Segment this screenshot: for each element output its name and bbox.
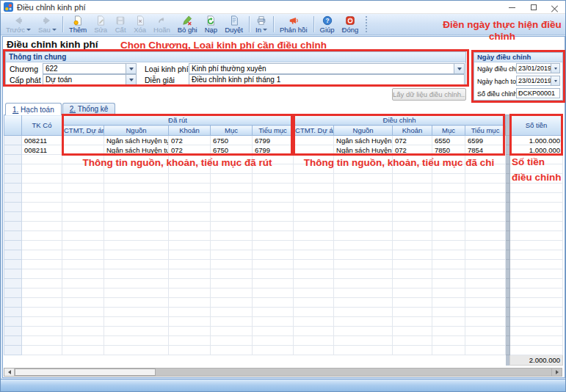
scrollbar-thumb[interactable] [15,369,156,376]
grid-cell[interactable] [253,336,294,346]
row-selector-cell[interactable] [4,231,22,241]
row-selector-cell[interactable] [4,212,22,222]
grid-cell[interactable] [62,317,104,327]
grid-cell[interactable] [211,279,253,288]
grid-cell[interactable] [62,308,104,317]
grid-cell[interactable] [211,327,253,336]
empty-row[interactable] [4,279,563,288]
grid-cell[interactable] [253,174,294,184]
grid-cell[interactable] [432,250,465,260]
grid-cell[interactable] [253,250,294,260]
grid-cell[interactable] [104,203,169,212]
grid-cell[interactable] [334,231,393,241]
amount-cell[interactable] [510,269,563,279]
grid-cell[interactable] [432,279,465,288]
empty-row[interactable] [4,155,563,164]
grid-cell[interactable]: 6799 [253,145,294,155]
group-header-da-rut[interactable]: Đã rút [62,115,294,126]
grid-cell[interactable] [294,164,334,174]
grid-cell[interactable] [253,346,294,355]
grid-cell[interactable] [104,212,169,222]
grid-cell[interactable]: 6550 [432,136,465,145]
row-selector-cell[interactable] [4,298,22,308]
grid-cell[interactable] [62,222,104,231]
empty-row[interactable] [4,241,563,250]
so-dieu-chinh-field[interactable]: ĐCKP00001 [516,88,560,98]
grid-cell[interactable] [393,327,432,336]
grid-cell[interactable] [22,336,62,346]
grid-cell[interactable]: 008211 [22,136,62,145]
grid-cell[interactable] [393,193,432,203]
empty-row[interactable] [4,222,563,231]
grid-cell[interactable] [104,193,169,203]
grid-cell[interactable] [104,250,169,260]
row-selector-header[interactable] [4,115,22,136]
row-selector-cell[interactable] [4,241,22,250]
grid-cell[interactable] [62,336,104,346]
grid-cell[interactable] [393,164,432,174]
col-header-tieu-muc[interactable]: Tiểu mục [253,126,294,136]
grid-cell[interactable]: 072 [169,136,211,145]
grid-cell[interactable] [294,174,334,184]
grid-cell[interactable] [465,308,506,317]
grid-cell[interactable] [334,164,393,174]
grid-cell[interactable] [22,193,62,203]
grid-cell[interactable] [432,346,465,355]
col-header-khoan[interactable]: Khoản [169,126,211,136]
amount-cell[interactable]: 1.000.000 [510,136,563,145]
grid-cell[interactable] [465,241,506,250]
grid-cell[interactable] [393,298,432,308]
grid-cell[interactable] [253,231,294,241]
grid-cell[interactable] [294,136,334,145]
empty-row[interactable] [4,336,563,346]
grid-cell[interactable] [104,155,169,164]
dien-giai-input[interactable]: Điều chỉnh kinh phí tháng 1 [189,74,465,85]
grid-cell[interactable] [253,184,294,193]
grid-cell[interactable] [104,288,169,298]
empty-row[interactable] [4,184,563,193]
ngay-hach-toan-field[interactable]: 23/01/2019 [516,76,560,86]
grid-cell[interactable]: 6750 [211,136,253,145]
grid-cell[interactable] [169,203,211,212]
amount-cell[interactable] [510,298,563,308]
grid-cell[interactable] [393,269,432,279]
grid-cell[interactable] [393,279,432,288]
chevron-down-icon[interactable] [126,75,136,84]
grid-cell[interactable] [211,155,253,164]
amount-cell[interactable] [510,164,563,174]
grid-cell[interactable] [104,308,169,317]
grid-cell[interactable] [22,212,62,222]
row-selector-cell[interactable] [4,279,22,288]
grid-cell[interactable] [253,155,294,164]
empty-row[interactable] [4,212,563,222]
grid-cell[interactable] [334,260,393,269]
grid-cell[interactable] [62,260,104,269]
grid-cell[interactable] [62,203,104,212]
row-selector-cell[interactable] [4,174,22,184]
grid-cell[interactable] [465,327,506,336]
grid-cell[interactable] [393,241,432,250]
grid-cell[interactable] [22,155,62,164]
grid-cell[interactable] [211,193,253,203]
grid-cell[interactable]: Ngân sách Huyện tự chủ [334,136,393,145]
grid-cell[interactable] [432,317,465,327]
grid-cell[interactable] [294,212,334,222]
grid-cell[interactable]: 6599 [465,136,506,145]
grid-cell[interactable] [432,184,465,193]
row-selector-cell[interactable] [4,145,22,155]
row-selector-cell[interactable] [4,336,22,346]
grid-cell[interactable] [253,241,294,250]
table-row[interactable]: 008211Ngân sách Huyện tự chủ07267506799N… [4,136,563,145]
grid-cell[interactable] [104,231,169,241]
amount-cell[interactable] [510,346,563,355]
grid-cell[interactable] [104,260,169,269]
grid-cell[interactable] [62,145,104,155]
grid-cell[interactable] [22,222,62,231]
grid-cell[interactable] [169,317,211,327]
grid-cell[interactable] [253,288,294,298]
grid-cell[interactable] [465,193,506,203]
grid-cell[interactable] [22,298,62,308]
empty-row[interactable] [4,288,563,298]
grid-cell[interactable] [465,279,506,288]
grid-cell[interactable] [22,288,62,298]
